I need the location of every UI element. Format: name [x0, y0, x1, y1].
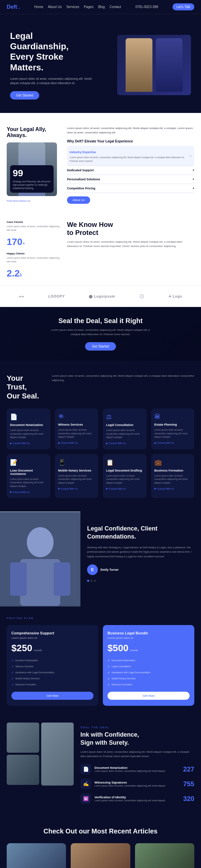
service-title-6: Legal Document Drafting [106, 469, 143, 472]
dot-0[interactable] [87, 580, 89, 582]
service-icon-1: 👁 [58, 413, 95, 420]
pricing-title-0: Comprehensive Support [11, 631, 94, 635]
article-card-0: Beyond Signatures: Exploring the Depths … [7, 843, 66, 868]
service-link-7[interactable]: ▶ Consult With Us [155, 487, 191, 490]
accordion-label-1: Dedicated Support [67, 168, 94, 172]
service-link-6[interactable]: ▶ Consult With Us [106, 487, 143, 490]
seal-banner-desc: Lorem ipsum dolor sit amet, consectetur … [50, 328, 151, 337]
logo-logoipsum: ⬤ Logoipsum [89, 294, 115, 298]
service-icon-6: 📋 [106, 459, 143, 466]
ally-link[interactable]: Find More About Us [7, 199, 60, 203]
surety-stat-icon-0: 📄 [80, 764, 91, 775]
service-card-7: 💼 Business Formation Lorem ipsum dolor s… [151, 454, 195, 498]
accordion-title: Why Deft? Elevate Your Legal Experience [67, 140, 194, 143]
ally-badge: 99 Strategy and Planning. We bring the r… [10, 165, 54, 192]
service-link-1[interactable]: ▶ Consult With Us [58, 442, 95, 444]
nav-services[interactable]: Services [66, 5, 79, 9]
service-card-2: ⚖ Legal Consultation Lorem ipsum dolor s… [103, 408, 146, 450]
service-link-4[interactable]: ▶ Consult With Us [10, 491, 47, 493]
pricing-btn-1[interactable]: Get Now [107, 692, 190, 700]
accordion-label-0: Industry Expertise [70, 151, 96, 154]
surety-stat-desc-2: Lorem ipsum dolor sit amet, consectetur … [95, 799, 180, 802]
service-icon-2: ⚖ [106, 413, 143, 421]
surety-label: Seal the Deal [80, 726, 194, 729]
surety-img-1 [7, 755, 39, 785]
nav-cta-button[interactable]: Let's Talk [172, 3, 194, 10]
dot-2[interactable] [94, 580, 96, 582]
services-heading: Your Trust, Our Seal. [7, 374, 42, 401]
hero-image [117, 35, 191, 95]
logo-text: Deft [7, 4, 17, 10]
service-desc-5: Lorem ipsum dolor sit amet, consectetur … [58, 474, 95, 485]
accordion-icon-3: + [193, 187, 194, 190]
service-icon-7: 💼 [155, 459, 191, 466]
service-link-0[interactable]: ▶ Consult With Us [10, 442, 47, 445]
service-card-5: 📱 Mobile Notary Services Lorem ipsum dol… [55, 454, 99, 498]
seal-banner-cta[interactable]: Get Started [85, 342, 115, 350]
stat-number-3: 2.2 [7, 268, 20, 279]
services-grid: 📄 Document Notarization Lorem ipsum dolo… [7, 408, 194, 498]
surety-stat-1: ✍ Witnessing Signatures Lorem ipsum dolo… [80, 778, 194, 789]
hero-section: Legal Guardianship, Every Stroke Matters… [0, 14, 201, 113]
logo-circle: ⊙ [139, 292, 144, 300]
ally-description: Lorem ipsum dolor sit amet, consectetur … [67, 126, 194, 135]
logos-bar: ∞∞ LOOOPY ⬤ Logoipsum ⊙ ✛ Logo [0, 285, 201, 307]
accordion-label-3: Competitive Pricing [67, 187, 96, 190]
stat-unit-1: + [23, 241, 25, 246]
testimonial-heading: Legal Confidence, Client Commendations. [87, 525, 194, 540]
service-link-5[interactable]: ▶ Consult With Us [58, 487, 95, 490]
person-silhouette [0, 512, 80, 607]
about-button[interactable]: About Us [67, 196, 90, 204]
stats-column: Case Closed Lorem ipsum dolor sit amet, … [7, 217, 60, 279]
service-desc-2: Lorem ipsum dolor sit amet, consectetur … [106, 429, 143, 439]
dot-1[interactable] [91, 580, 93, 582]
nav-about[interactable]: About Us [48, 5, 62, 9]
pricing-btn-0[interactable]: Get Now [11, 692, 94, 700]
nav-pages[interactable]: Pages [84, 5, 94, 9]
ally-badge-text: Strategy and Planning. We bring the righ… [13, 180, 51, 190]
surety-stat-num-1: 755 [183, 780, 194, 788]
services-description: Lorem ipsum dolor sit amet, consectetur … [52, 374, 194, 383]
price-period-0: /month [34, 649, 42, 652]
service-card-3: 🏛 Estate Planning Lorem ipsum dolor sit … [151, 408, 195, 450]
service-desc-3: Lorem ipsum dolor sit amet, consectetur … [155, 428, 191, 439]
accordion-icon-1: + [193, 168, 194, 172]
surety-stat-num-2: 320 [183, 795, 194, 803]
pricing-card-0: Comprehensive Support Lorem ipsum dolor … [7, 625, 98, 706]
pricing-price-0: $250 /month [11, 643, 94, 653]
testimonial-text: Working with Alex Rodriguez, Legal Advis… [87, 545, 194, 559]
stat-unit-3: k [20, 272, 22, 278]
accordion-item-2[interactable]: Personalized Solutions + [67, 175, 194, 184]
hero-description: Lorem ipsum dolor sit amet, consectetur … [10, 77, 97, 86]
logo-dot: . [19, 4, 20, 10]
surety-stat-title-0: Document Notarization [95, 766, 180, 770]
service-link-3[interactable]: ▶ Consult With Us [155, 442, 191, 444]
nav-home[interactable]: Home [34, 5, 43, 9]
accordion-item-0[interactable]: Industry Expertise Lorem ipsum dolor sit… [67, 146, 194, 166]
service-desc-6: Lorem ipsum dolor sit amet, consectetur … [106, 474, 143, 485]
logo-looopy: LOOOPY [48, 294, 65, 298]
author-avatar: E [87, 564, 98, 575]
accordion-item-3[interactable]: Competitive Pricing + [67, 184, 194, 193]
surety-content: Seal the Deal Ink with Confidence, Sign … [80, 722, 194, 807]
accordion-icon-0: − [190, 154, 192, 157]
price-big-0: $250 [11, 643, 32, 653]
check-icon: ✓ [107, 657, 110, 663]
nav-blog[interactable]: Blog [98, 5, 105, 9]
service-icon-5: 📱 [58, 459, 95, 466]
hero-cta-button[interactable]: Get Started [10, 91, 39, 99]
service-desc-7: Lorem ipsum dolor sit amet, consectetur … [155, 474, 191, 485]
testimonial-image [0, 512, 80, 607]
service-link-2[interactable]: ▶ Consult With Us [106, 442, 143, 445]
nav-phone: 0781-0023-398 [135, 5, 158, 9]
service-title-5: Mobile Notary Services [58, 469, 95, 472]
feature-1-1: ✓Legal Consultation [107, 663, 190, 670]
nav-contact[interactable]: Contact [109, 5, 121, 9]
feature-0-0: ✓Excellent Notarization [11, 657, 94, 663]
accordion-item-1[interactable]: Dedicated Support + [67, 166, 194, 175]
check-icon: ✓ [11, 676, 14, 682]
surety-stat-desc-1: Lorem ipsum dolor sit amet, consectetur … [95, 784, 180, 787]
surety-stat-desc-0: Lorem ipsum dolor sit amet, consectetur … [95, 770, 180, 773]
services-section: Your Trust, Our Seal. Lorem ipsum dolor … [0, 361, 201, 512]
article-img-1 [71, 843, 130, 868]
